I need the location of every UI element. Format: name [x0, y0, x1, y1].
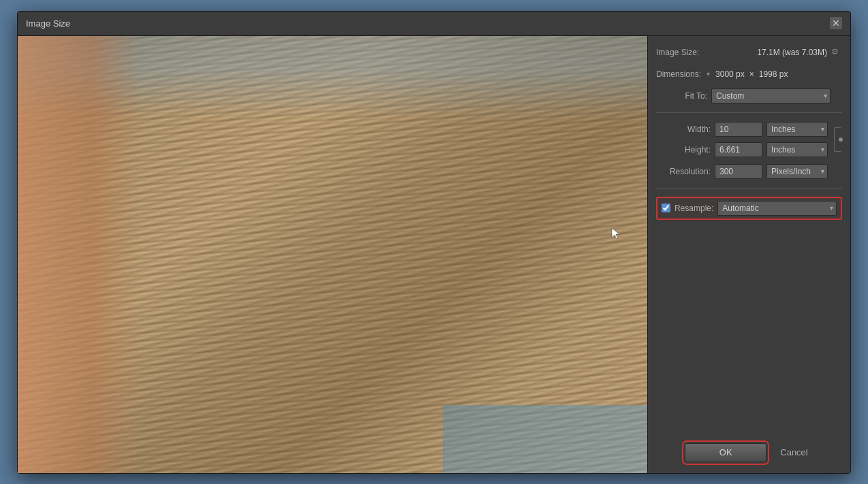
bg-top — [18, 36, 647, 118]
resolution-label: Resolution: — [656, 167, 711, 176]
image-size-row: Image Size: 17.1M (was 7.03M) ⚙ — [656, 44, 842, 61]
separator-2 — [656, 188, 842, 189]
spacer — [656, 225, 842, 432]
height-label: Height: — [656, 145, 711, 155]
height-unit-wrapper: Inches Pixels Percent Centimeters — [766, 142, 828, 157]
width-row: Width: Inches Pixels Percent Centimeters — [656, 121, 828, 138]
separator-1 — [656, 112, 842, 113]
height-input[interactable] — [715, 142, 762, 157]
ok-button[interactable]: OK — [685, 443, 766, 462]
height-row: Height: Inches Pixels Percent Centimeter… — [656, 142, 828, 158]
resolution-unit-wrapper: Pixels/Inch Pixels/Centimeter — [766, 164, 828, 179]
dimensions-x: × — [749, 69, 754, 79]
image-size-value-group: 17.1M (was 7.03M) ⚙ — [757, 47, 842, 58]
bg-bottom — [443, 405, 647, 473]
close-button[interactable]: ✕ — [830, 17, 842, 29]
link-icon-container — [831, 121, 844, 158]
fit-to-row: Fit To: Custom Original Size Letter (8 x… — [656, 88, 842, 104]
wh-group: Width: Inches Pixels Percent Centimeters — [656, 121, 842, 158]
settings-panel: Image Size: 17.1M (was 7.03M) ⚙ Dimensio… — [647, 36, 850, 473]
image-size-value: 17.1M (was 7.03M) — [757, 48, 827, 57]
image-preview — [18, 36, 647, 473]
content-area: Image Size: 17.1M (was 7.03M) ⚙ Dimensio… — [18, 36, 850, 473]
resolution-unit-select[interactable]: Pixels/Inch Pixels/Centimeter — [766, 164, 828, 179]
dimensions-row: Dimensions: ▾ 3000 px × 1998 px — [656, 66, 842, 82]
gear-icon[interactable]: ⚙ — [831, 47, 842, 58]
fit-to-select-wrapper: Custom Original Size Letter (8 x 10 in) … — [711, 88, 831, 103]
cancel-button[interactable]: Cancel — [775, 445, 813, 460]
dimensions-width: 3000 px — [715, 69, 745, 79]
width-label: Width: — [656, 125, 711, 134]
resolution-input[interactable] — [715, 164, 762, 179]
resample-select[interactable]: Automatic Preserve Details Bicubic Smoot… — [717, 201, 837, 216]
width-unit-select[interactable]: Inches Pixels Percent Centimeters — [766, 122, 828, 137]
width-input[interactable] — [715, 122, 762, 137]
resample-label: Resample: — [675, 204, 713, 213]
resample-row: Resample: Automatic Preserve Details Bic… — [656, 197, 842, 220]
link-dot — [839, 138, 843, 142]
image-size-dialog: Image Size ✕ Image Size: 17.1M (was — [17, 11, 851, 474]
chain-link-icon[interactable] — [832, 126, 843, 153]
title-bar: Image Size ✕ — [18, 12, 850, 36]
button-row: OK Cancel — [656, 438, 842, 465]
width-unit-wrapper: Inches Pixels Percent Centimeters — [766, 122, 828, 137]
wh-fields: Width: Inches Pixels Percent Centimeters — [656, 121, 828, 158]
resample-checkbox[interactable] — [662, 204, 670, 212]
dimensions-height: 1998 px — [759, 69, 788, 79]
image-canvas — [18, 36, 647, 473]
height-unit-select[interactable]: Inches Pixels Percent Centimeters — [766, 142, 828, 157]
dialog-title: Image Size — [26, 18, 70, 29]
dimensions-label: Dimensions: — [656, 69, 701, 79]
dimensions-chevron-icon[interactable]: ▾ — [707, 70, 710, 78]
resample-select-wrapper: Automatic Preserve Details Bicubic Smoot… — [717, 201, 837, 216]
fit-to-label: Fit To: — [656, 91, 707, 101]
fit-to-select[interactable]: Custom Original Size Letter (8 x 10 in) … — [711, 88, 831, 103]
image-size-label: Image Size: — [656, 48, 699, 57]
resolution-row: Resolution: Pixels/Inch Pixels/Centimete… — [656, 163, 842, 180]
